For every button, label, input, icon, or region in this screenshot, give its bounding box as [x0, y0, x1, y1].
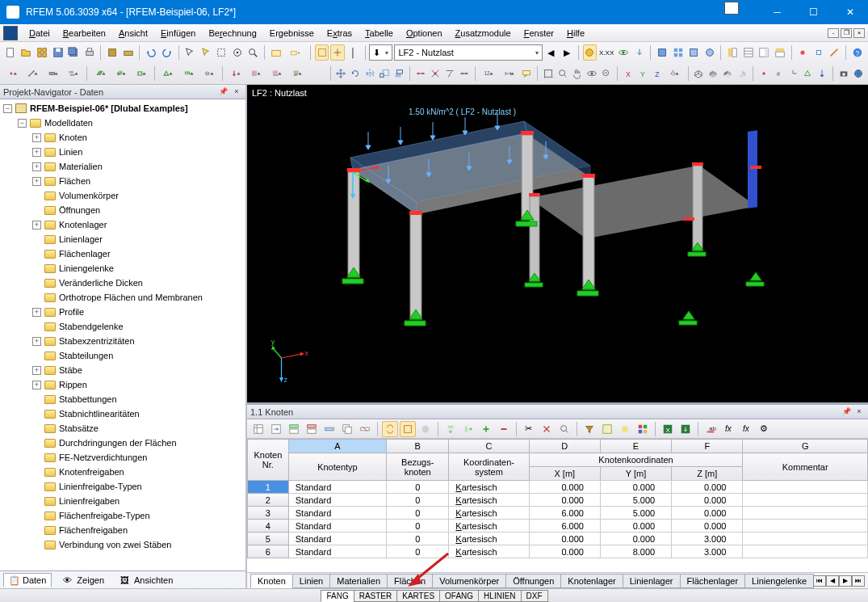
tb-zoom-all[interactable]	[542, 65, 555, 82]
tt-mark[interactable]	[617, 421, 633, 437]
tree-item[interactable]: Liniengelenke	[0, 261, 245, 276]
cell-x[interactable]: 6.000	[529, 507, 600, 520]
tb-opening[interactable]	[132, 65, 150, 82]
nav-close[interactable]: ×	[231, 87, 242, 97]
tt-cut[interactable]: ✂	[521, 421, 537, 437]
col-kommentar[interactable]: Kommentar	[743, 453, 868, 481]
row-number[interactable]: 3	[247, 507, 288, 520]
tb-print[interactable]	[82, 44, 97, 61]
expand-icon[interactable]: +	[32, 221, 41, 229]
tree-item[interactable]: +Linien	[0, 145, 245, 159]
tree-item[interactable]: +Knotenlager	[0, 217, 245, 232]
tree-item[interactable]: Flächenlager	[0, 246, 245, 261]
tb-hinge[interactable]	[199, 65, 218, 82]
tb-calc-one[interactable]	[655, 44, 669, 61]
table-tab[interactable]: Materialien	[329, 574, 388, 588]
menu-ansicht[interactable]: Ansicht	[112, 26, 154, 40]
tree-item[interactable]: +Knoten	[0, 130, 245, 145]
tt-subtract[interactable]	[496, 421, 512, 437]
row-number[interactable]: 4	[247, 520, 288, 533]
expand-icon[interactable]: +	[32, 337, 41, 346]
tree-item[interactable]: +Materialien	[0, 159, 245, 174]
cell-z[interactable]: 3.000	[672, 533, 743, 545]
table-tab[interactable]: Flächenlager	[680, 574, 746, 588]
tree-item[interactable]: Stabteilungen	[0, 348, 245, 363]
status-tab[interactable]: HLINIEN	[478, 590, 521, 602]
cell-x[interactable]: 0.000	[529, 481, 600, 494]
tree-item[interactable]: Öffnungen	[0, 203, 245, 217]
row-number[interactable]: 5	[247, 533, 288, 545]
tt-settings[interactable]: ⚙	[756, 421, 772, 437]
tt-export-excel[interactable]: X	[660, 421, 676, 437]
tb-lc-next[interactable]: ▶	[560, 44, 574, 61]
tb-display-trans[interactable]	[736, 65, 748, 82]
tb-view-z[interactable]: Z	[651, 65, 664, 82]
tb-pipe[interactable]: │	[346, 44, 361, 61]
tb-help[interactable]: ?	[850, 44, 865, 61]
tt-import-excel[interactable]	[677, 421, 694, 437]
status-tab[interactable]: RASTER	[354, 590, 398, 602]
table-row[interactable]: 5 Standard 0 Kartesisch 0.000 0.000 3.00…	[247, 533, 867, 545]
table-row[interactable]: 2 Standard 0 Kartesisch 0.000 5.000 0.00…	[247, 494, 867, 507]
table-tab[interactable]: Linien	[292, 574, 330, 588]
tb-zoom-prev[interactable]	[600, 65, 613, 82]
tb-library[interactable]	[105, 44, 120, 61]
cell-y[interactable]: 0.000	[600, 520, 671, 533]
tb-props[interactable]	[773, 44, 787, 61]
tb-display-solid[interactable]	[707, 65, 719, 82]
col-bezug[interactable]: Bezugs-knoten	[387, 453, 449, 481]
cell-z[interactable]: 3.000	[672, 545, 743, 558]
expand-icon[interactable]: +	[32, 162, 41, 171]
cell-type[interactable]: Standard	[288, 520, 386, 533]
cell-x[interactable]: 0.000	[529, 494, 600, 507]
tb-panel[interactable]	[757, 44, 772, 61]
tb-tables[interactable]	[741, 44, 756, 61]
status-tab[interactable]: KARTES	[396, 590, 440, 602]
table-close[interactable]: ×	[853, 407, 865, 417]
tree-item[interactable]: +Stabexzentrizitäten	[0, 334, 245, 348]
tree-item[interactable]: Stabendgelenke	[0, 319, 245, 334]
cell-comment[interactable]	[743, 494, 868, 507]
expand-icon[interactable]: +	[32, 381, 41, 389]
tree-root-label[interactable]: RFEM-Beispiel-06* [Dlubal Examples]	[30, 103, 188, 113]
tb-results-toggle[interactable]	[583, 44, 598, 61]
cell-sys[interactable]: Kartesisch	[449, 533, 529, 545]
tb-comment[interactable]	[520, 65, 533, 82]
col-rowhdr[interactable]: KnotenNr.	[247, 440, 288, 481]
tree-item[interactable]: +Profile	[0, 305, 245, 319]
menu-datei[interactable]: Datei	[23, 26, 57, 40]
cell-type[interactable]: Standard	[288, 494, 386, 507]
tree-item[interactable]: Orthotrope Flächen und Membranen	[0, 290, 245, 305]
expand-icon[interactable]: +	[32, 366, 41, 375]
tree-item[interactable]: +Rippen	[0, 377, 245, 392]
col-D-letter[interactable]: D	[529, 440, 600, 453]
tb-member[interactable]	[44, 65, 62, 82]
menu-berechnung[interactable]: Berechnung	[202, 26, 262, 40]
tb-measure[interactable]	[828, 44, 842, 61]
ttab-next[interactable]: ▶	[839, 575, 852, 587]
tb-view-grid[interactable]	[330, 44, 345, 61]
tt-goto[interactable]	[268, 421, 284, 437]
tree-item[interactable]: Linienfreigabe-Typen	[0, 479, 245, 494]
menu-zusatzmodule[interactable]: Zusatzmodule	[449, 26, 518, 40]
tb-load-member[interactable]	[267, 65, 286, 82]
tb-show-localax[interactable]	[786, 65, 799, 82]
cell-x[interactable]: 0.000	[529, 533, 600, 545]
col-coord-group[interactable]: Knotenkoordinaten X [m] Y [m] Z [m]	[529, 453, 743, 481]
combo-loadcase-icon[interactable]: ⬇▾	[369, 44, 392, 61]
cell-comment[interactable]	[743, 545, 868, 558]
tb-calc-params[interactable]	[702, 44, 717, 61]
tt-filter[interactable]	[581, 421, 598, 437]
table-row[interactable]: 6 Standard 0 Kartesisch 0.000 8.000 3.00…	[247, 545, 867, 558]
data-grid[interactable]: KnotenNr. A B C D E F G Knotentyp Bezugs…	[247, 439, 868, 572]
tree-item[interactable]: Linienlager	[0, 232, 245, 246]
cell-type[interactable]: Standard	[288, 481, 386, 494]
table-tab[interactable]: Volumenkörper	[432, 574, 506, 588]
tt-find[interactable]	[556, 421, 572, 437]
expand-icon[interactable]: −	[3, 104, 12, 113]
cell-comment[interactable]	[743, 533, 868, 545]
table-tab[interactable]: Knotenlager	[560, 574, 623, 588]
cell-comment[interactable]	[743, 507, 868, 520]
status-tab[interactable]: DXF	[521, 590, 548, 602]
tb-navigator[interactable]	[725, 44, 740, 61]
